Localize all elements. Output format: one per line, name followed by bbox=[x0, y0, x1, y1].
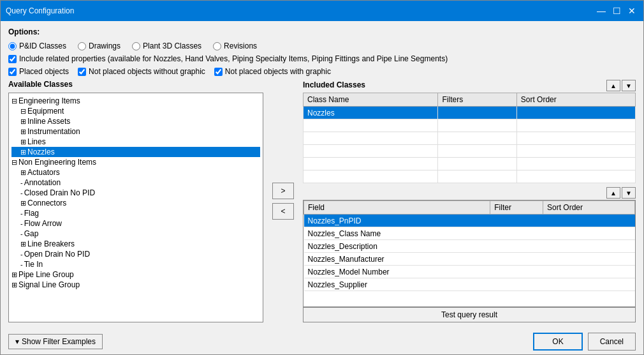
tree-item[interactable]: ⊞ Instrumentation bbox=[11, 126, 260, 137]
field-sortorder[interactable] bbox=[543, 227, 634, 240]
dialog-title: Query Configuration bbox=[6, 6, 74, 15]
remove-icon: < bbox=[281, 207, 285, 216]
radio-plant3d[interactable]: Plant 3D Classes bbox=[132, 42, 201, 50]
include-related-checkbox[interactable]: Include related properties (available fo… bbox=[8, 54, 448, 63]
field-row[interactable]: Nozzles_Class Name bbox=[304, 227, 635, 240]
include-related-label: Include related properties (available fo… bbox=[19, 54, 448, 63]
field-col-filter: Filter bbox=[490, 201, 543, 215]
field-filter[interactable] bbox=[490, 266, 543, 278]
available-classes-tree[interactable]: ⊟ Engineering Items⊟ Equipment⊞ Inline A… bbox=[8, 93, 263, 322]
tree-item[interactable]: ⊞ Nozzles bbox=[11, 147, 260, 157]
field-filter[interactable] bbox=[490, 240, 543, 253]
radio-pid-label: P&ID Classes bbox=[19, 42, 66, 50]
tree-item[interactable]: - Open Drain No PID bbox=[11, 249, 260, 259]
add-class-button[interactable]: > bbox=[272, 183, 294, 199]
right-panel: Included Classes ▲ ▼ Class Name Filters bbox=[303, 80, 636, 322]
tree-item[interactable]: ⊟ Non Engineering Items bbox=[11, 157, 260, 167]
tree-expander: ⊞ bbox=[20, 128, 26, 136]
tree-item[interactable]: - Tie In bbox=[11, 259, 260, 269]
chevron-down-icon: ▾ bbox=[15, 337, 19, 346]
included-class-row[interactable]: Nozzles bbox=[304, 107, 636, 119]
field-sortorder[interactable] bbox=[543, 253, 634, 266]
tree-item-label: Engineering Items bbox=[18, 96, 80, 105]
radio-pid[interactable]: P&ID Classes bbox=[8, 42, 66, 50]
show-filter-examples-button[interactable]: ▾ Show Filter Examples bbox=[8, 334, 103, 349]
tree-expander: - bbox=[20, 261, 23, 268]
tree-item[interactable]: - Flag bbox=[11, 208, 260, 218]
field-row[interactable]: Nozzles_Description bbox=[304, 240, 635, 253]
field-filter[interactable] bbox=[490, 253, 543, 266]
placed-objects-input[interactable] bbox=[8, 68, 17, 76]
field-sortorder[interactable] bbox=[543, 240, 634, 253]
field-name: Nozzles_Description bbox=[304, 240, 490, 253]
tree-item-label: Annotation bbox=[24, 178, 61, 187]
radio-drawings-input[interactable] bbox=[78, 42, 86, 50]
middle-buttons: > < bbox=[270, 80, 296, 322]
remove-class-button[interactable]: < bbox=[272, 203, 294, 220]
fields-scroll-down[interactable]: ▼ bbox=[622, 187, 636, 199]
radio-group: P&ID Classes Drawings Plant 3D Classes R… bbox=[8, 42, 636, 50]
tree-item[interactable]: ⊞ Actuators bbox=[11, 167, 260, 178]
fields-table: Field Filter Sort Order Nozzles_PnPIDNoz… bbox=[304, 200, 635, 291]
close-button[interactable]: ✕ bbox=[626, 4, 638, 17]
test-query-button[interactable]: Test query result bbox=[303, 307, 636, 322]
tree-item[interactable]: ⊞ Inline Assets bbox=[11, 116, 260, 126]
tree-expander: ⊞ bbox=[11, 271, 17, 279]
minimize-button[interactable]: ― bbox=[595, 4, 608, 17]
not-placed-no-graphic-input[interactable] bbox=[78, 68, 86, 76]
tree-item[interactable]: ⊞ Signal Line Group bbox=[11, 280, 260, 290]
ok-button[interactable]: OK bbox=[533, 333, 582, 351]
tree-item[interactable]: ⊞ Line Breakers bbox=[11, 239, 260, 249]
field-sortorder[interactable] bbox=[543, 266, 634, 278]
tree-item[interactable]: ⊟ Engineering Items bbox=[11, 96, 260, 106]
main-content: Available Classes ⊟ Engineering Items⊟ E… bbox=[8, 80, 636, 322]
tree-item-label: Tie In bbox=[24, 260, 43, 269]
field-row[interactable]: Nozzles_PnPID bbox=[304, 215, 635, 227]
tree-item[interactable]: - Gap bbox=[11, 229, 260, 239]
include-related-input[interactable] bbox=[8, 55, 17, 63]
tree-expander: ⊞ bbox=[20, 169, 26, 177]
included-scroll-up[interactable]: ▲ bbox=[606, 80, 620, 91]
left-panel: Available Classes ⊟ Engineering Items⊟ E… bbox=[8, 80, 263, 322]
field-sortorder[interactable] bbox=[543, 278, 634, 291]
included-classes-title: Included Classes bbox=[303, 80, 365, 89]
maximize-button[interactable]: ☐ bbox=[610, 4, 623, 17]
field-row[interactable]: Nozzles_Supplier bbox=[304, 278, 635, 291]
add-icon: > bbox=[281, 186, 285, 195]
query-configuration-dialog: Query Configuration ― ☐ ✕ Options: P&ID … bbox=[0, 0, 644, 355]
tree-item[interactable]: ⊟ Equipment bbox=[11, 106, 260, 116]
field-filter[interactable] bbox=[490, 227, 543, 240]
field-filter[interactable] bbox=[490, 278, 543, 291]
tree-item[interactable]: - Flow Arrow bbox=[11, 218, 260, 229]
tree-expander: ⊞ bbox=[20, 240, 26, 248]
tree-item-label: Equipment bbox=[27, 107, 64, 116]
tree-expander: ⊞ bbox=[20, 138, 26, 146]
radio-pid-input[interactable] bbox=[8, 42, 17, 50]
included-class-sortorder bbox=[516, 107, 635, 119]
not-placed-with-graphic-input[interactable] bbox=[214, 68, 223, 76]
included-scroll-down[interactable]: ▼ bbox=[622, 80, 636, 91]
field-row[interactable]: Nozzles_Model Number bbox=[304, 266, 635, 278]
placed-objects-checkbox[interactable]: Placed objects bbox=[8, 67, 69, 76]
fields-table-container[interactable]: Field Filter Sort Order Nozzles_PnPIDNoz… bbox=[303, 200, 636, 307]
radio-revisions-input[interactable] bbox=[213, 42, 221, 50]
radio-revisions[interactable]: Revisions bbox=[213, 42, 257, 50]
tree-item-label: Open Drain No PID bbox=[24, 250, 90, 259]
tree-item[interactable]: ⊞ Lines bbox=[11, 137, 260, 147]
tree-item[interactable]: ⊞ Connectors bbox=[11, 198, 260, 208]
fields-scroll-up[interactable]: ▲ bbox=[606, 187, 620, 199]
tree-item[interactable]: - Closed Drain No PID bbox=[11, 188, 260, 198]
tree-item[interactable]: - Annotation bbox=[11, 178, 260, 188]
tree-item[interactable]: ⊞ Pipe Line Group bbox=[11, 269, 260, 280]
radio-drawings[interactable]: Drawings bbox=[78, 42, 121, 50]
not-placed-no-graphic-checkbox[interactable]: Not placed objects without graphic bbox=[78, 67, 205, 76]
field-row[interactable]: Nozzles_Manufacturer bbox=[304, 253, 635, 266]
tree-expander: ⊟ bbox=[11, 97, 17, 105]
field-sortorder[interactable] bbox=[543, 215, 634, 227]
cancel-button[interactable]: Cancel bbox=[588, 333, 636, 351]
radio-plant3d-input[interactable] bbox=[132, 42, 140, 50]
field-filter[interactable] bbox=[490, 215, 543, 227]
not-placed-with-graphic-checkbox[interactable]: Not placed objects with graphic bbox=[214, 67, 331, 76]
tree-expander: - bbox=[20, 230, 23, 238]
included-class-row-empty bbox=[304, 145, 636, 158]
